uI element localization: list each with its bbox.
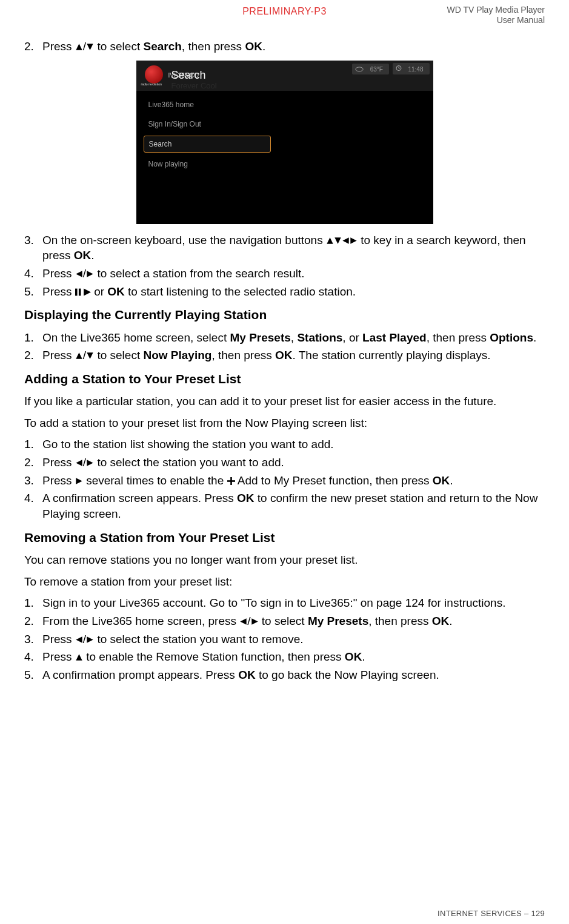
- step-marker: 2.: [24, 39, 34, 54]
- cloud-icon: [355, 64, 364, 73]
- footer-section: INTERNET SERVICES –: [438, 909, 531, 918]
- down-arrow-icon: [86, 42, 94, 51]
- section-heading-adding: Adding a Station to Your Preset List: [24, 371, 545, 388]
- ok-label: OK: [238, 668, 256, 681]
- menu-item-highlighted[interactable]: Search: [144, 136, 271, 153]
- left-arrow-icon: [342, 236, 350, 245]
- step-text: or: [91, 285, 107, 298]
- section-intro: You can remove stations you no longer wa…: [24, 552, 545, 568]
- up-arrow-icon: [75, 42, 83, 51]
- t: to select the station you want to add.: [94, 456, 284, 469]
- t: to enable the Remove Station function, t…: [83, 650, 345, 663]
- right-arrow-icon: [86, 458, 94, 467]
- step-text: .: [91, 249, 94, 262]
- t: Now Playing: [143, 349, 211, 361]
- step-text: to select a station from the search resu…: [94, 267, 304, 280]
- watermark: PRELIMINARY-P3: [242, 5, 327, 18]
- menu-item[interactable]: Now playing: [144, 156, 271, 172]
- step-marker: 2.: [24, 613, 34, 629]
- doc-title: WD TV Play Media Player User Manual: [447, 5, 545, 25]
- section-intro: If you like a particular station, you ca…: [24, 394, 545, 409]
- clock-icon: [396, 64, 402, 73]
- step-text-search: Search: [143, 40, 181, 53]
- right-arrow-icon: [350, 236, 358, 245]
- time-badge: 11:48: [393, 63, 430, 75]
- t: to select: [94, 349, 143, 361]
- screenshot-banner: radio revolution IVE365.CO Search Foreve…: [136, 61, 433, 91]
- step-marker: 5.: [24, 667, 34, 683]
- step-marker: 1.: [24, 330, 34, 346]
- menu-item[interactable]: Sign In/Sign Out: [144, 116, 271, 132]
- step-marker: 3.: [24, 632, 34, 647]
- t: Sign in to your Live365 account. Go to "…: [42, 596, 505, 609]
- screenshot-menu: Live365 home Sign In/Sign Out Search Now…: [136, 91, 433, 182]
- status-bar: 63°F 11:48: [350, 63, 430, 75]
- step-marker: 3.: [24, 473, 34, 489]
- doc-title-line1: WD TV Play Media Player: [447, 5, 545, 15]
- step-text: Press: [42, 267, 75, 280]
- list-item: 5. A confirmation prompt appears. Press …: [24, 667, 545, 683]
- list-item: 1. Go to the station list showing the st…: [24, 437, 545, 452]
- up-arrow-icon: [75, 653, 83, 662]
- step-list-top: 2. Press / to select Search, then press …: [24, 39, 545, 54]
- t: My Presets: [230, 331, 290, 344]
- step-text-post: .: [262, 40, 265, 53]
- list-item: 3. On the on-screen keyboard, use the na…: [24, 233, 545, 263]
- t: to select the station you want to remove…: [94, 633, 303, 645]
- t: . The station currently playing displays…: [293, 349, 491, 361]
- t: to go back the Now Playing screen.: [256, 668, 439, 681]
- t: Last Played: [362, 331, 427, 344]
- t: Press: [42, 349, 75, 361]
- t: .: [362, 650, 365, 663]
- step-marker: 5.: [24, 284, 34, 300]
- t: Press: [42, 474, 75, 487]
- logo-sub: radio revolution: [141, 82, 162, 87]
- t: to select: [259, 615, 308, 627]
- right-arrow-icon: [251, 617, 259, 626]
- step-marker: 4.: [24, 490, 34, 506]
- t: On the Live365 home screen, select: [42, 331, 230, 344]
- menu-item[interactable]: Live365 home: [144, 97, 271, 113]
- t: Options: [490, 331, 533, 344]
- t: Add to My Preset function, then press: [235, 474, 433, 487]
- down-arrow-icon: [334, 236, 342, 245]
- t: A confirmation prompt appears. Press: [42, 668, 238, 681]
- list-item: 2. From the Live365 home screen, press /…: [24, 613, 545, 629]
- step-marker: 2.: [24, 348, 34, 363]
- section-intro2: To add a station to your preset list fro…: [24, 415, 545, 431]
- left-arrow-icon: [75, 269, 83, 279]
- ok-label: OK: [275, 349, 293, 361]
- step-text: On the on-screen keyboard, use the navig…: [42, 234, 326, 246]
- step-marker: 2.: [24, 455, 34, 470]
- ok-label: OK: [245, 40, 262, 53]
- list-item: 2. Press / to select Now Playing, then p…: [24, 348, 545, 363]
- page-footer: INTERNET SERVICES – 129: [438, 908, 545, 919]
- screenshot-subtitle: Forever Cool: [171, 81, 217, 91]
- t: .: [533, 331, 536, 344]
- t: Go to the station list showing the stati…: [42, 438, 334, 450]
- list-item: 3. Press / to select the station you wan…: [24, 632, 545, 647]
- up-arrow-icon: [75, 351, 83, 360]
- right-arrow-icon: [75, 477, 83, 486]
- list-item: 4. A confirmation screen appears. Press …: [24, 490, 545, 521]
- t: Press: [42, 456, 75, 469]
- section-heading-displaying: Displaying the Currently Playing Station: [24, 306, 545, 323]
- step-list-cont: 3. On the on-screen keyboard, use the na…: [24, 233, 545, 300]
- left-arrow-icon: [75, 635, 83, 644]
- ok-label: OK: [237, 492, 255, 504]
- section-c-list: 1. Sign in to your Live365 account. Go t…: [24, 595, 545, 682]
- step-text-pre: Press: [42, 40, 75, 53]
- section-intro2: To remove a station from your preset lis…: [24, 574, 545, 590]
- step-marker: 1.: [24, 595, 34, 611]
- right-arrow-icon: [86, 635, 94, 644]
- step-text: to start listening to the selected radio…: [125, 285, 356, 298]
- list-item: 2. Press / to select Search, then press …: [24, 39, 545, 54]
- section-b-list: 1. Go to the station list showing the st…: [24, 437, 545, 521]
- t: , then press: [368, 615, 432, 627]
- ok-label: OK: [432, 615, 450, 627]
- t: My Presets: [308, 615, 368, 627]
- pause-play-icon: [75, 288, 91, 297]
- t: A confirmation screen appears. Press: [42, 492, 237, 504]
- ok-label: OK: [107, 285, 125, 298]
- t: Press: [42, 633, 75, 645]
